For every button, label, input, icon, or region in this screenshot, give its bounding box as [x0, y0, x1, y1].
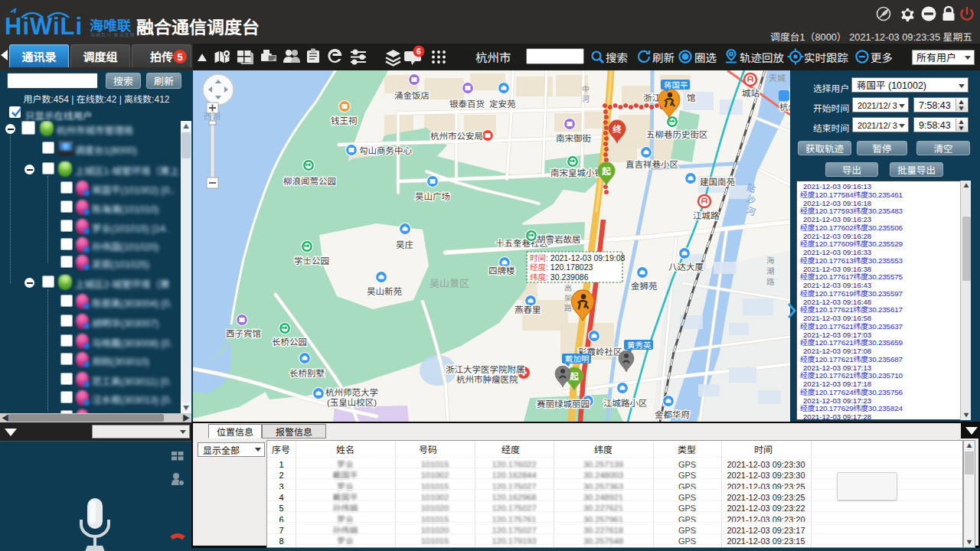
svg-text:涌金饭店: 涌金饭店 — [394, 89, 430, 101]
svg-text:杭州: 杭州 — [779, 100, 790, 112]
svg-text:杭州市公安局: 杭州市公安局 — [430, 129, 483, 142]
svg-text:直吉祥巷小区: 直吉祥巷小区 — [626, 158, 678, 170]
svg-text:长桥公园: 长桥公园 — [272, 335, 307, 347]
svg-text:杭州市肿瘤医院: 杭州市肿瘤医院 — [456, 373, 518, 385]
svg-text:起: 起 — [569, 370, 579, 382]
svg-text:起: 起 — [601, 165, 611, 177]
svg-text:学士公园: 学士公园 — [294, 254, 329, 266]
svg-text:江城路: 江城路 — [693, 209, 720, 221]
svg-text:建国南苑: 建国南苑 — [700, 175, 735, 187]
svg-text:海: 海 — [766, 254, 775, 266]
svg-text:吴山新苑: 吴山新苑 — [367, 285, 402, 297]
svg-text:南宋御街: 南宋御街 — [556, 132, 591, 144]
svg-text:金都华府: 金都华府 — [655, 408, 690, 420]
svg-text:胡雪岩故居: 胡雪岩故居 — [537, 233, 581, 245]
svg-text:勾山商务中心: 勾山商务中心 — [359, 144, 412, 156]
svg-text:燕春里: 燕春里 — [514, 303, 541, 315]
svg-text:赛丽绿城丽园: 赛丽绿城丽园 — [537, 397, 590, 409]
svg-text:蒋国平: 蒋国平 — [664, 79, 688, 90]
svg-text:6: 6 — [416, 45, 421, 57]
svg-text:定安苑: 定安苑 — [489, 97, 516, 109]
svg-text:潮: 潮 — [766, 265, 775, 276]
svg-text:馆: 馆 — [687, 91, 696, 103]
svg-text:天城: 天城 — [769, 71, 786, 83]
svg-text:吴庄: 吴庄 — [396, 238, 413, 250]
svg-text:路: 路 — [766, 276, 775, 287]
svg-text:西子宾馆: 西子宾馆 — [226, 327, 261, 339]
svg-text:银泰百货: 银泰百货 — [449, 97, 485, 109]
svg-text:戴加明: 戴加明 — [565, 353, 590, 364]
svg-text:西湖: 西湖 — [204, 109, 220, 122]
svg-text:南宋皇城小镇: 南宋皇城小镇 — [550, 166, 603, 178]
svg-text:四牌楼: 四牌楼 — [488, 264, 515, 276]
svg-text:吴山景区: 吴山景区 — [430, 276, 469, 290]
svg-text:纬度: 30.239086: 纬度: 30.239086 — [530, 271, 589, 282]
svg-text:江城路小区: 江城路小区 — [603, 396, 648, 409]
svg-text:五柳巷历史街区: 五柳巷历史街区 — [646, 128, 708, 140]
svg-text:吴山广场: 吴山广场 — [415, 190, 450, 202]
svg-text:黄秀英: 黄秀英 — [627, 339, 652, 350]
svg-text:长桥别墅: 长桥别墅 — [289, 367, 325, 379]
svg-text:路: 路 — [564, 302, 572, 313]
svg-text:金狮苑: 金狮苑 — [631, 279, 658, 292]
svg-text:柳浪闻莺公园: 柳浪闻莺公园 — [283, 174, 336, 187]
svg-text:钱王祠: 钱王祠 — [331, 114, 358, 126]
svg-text:城站: 城站 — [742, 86, 760, 99]
svg-text:(玉皇山校区): (玉皇山校区) — [327, 396, 377, 408]
svg-text:八达大厦: 八达大厦 — [668, 260, 704, 272]
svg-text:河: 河 — [582, 93, 590, 104]
svg-text:终: 终 — [612, 122, 622, 135]
